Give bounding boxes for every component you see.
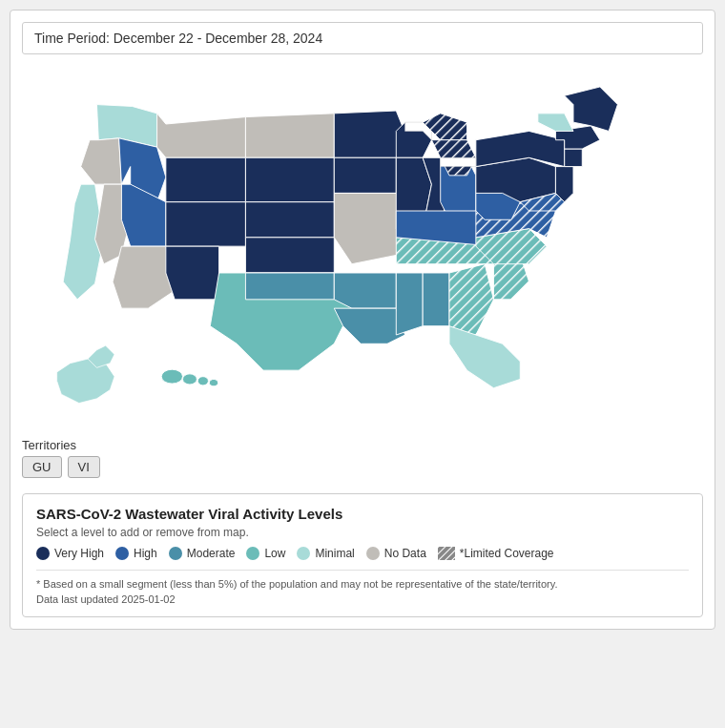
footnote-text: * Based on a small segment (less than 5%… <box>36 578 557 590</box>
territories-label: Territories <box>22 438 703 452</box>
territory-buttons: GU VI <box>22 456 703 478</box>
legend-updated: Data last updated 2025-01-02 <box>36 593 689 605</box>
legend-title: SARS-CoV-2 Wastewater Viral Activity Lev… <box>36 506 689 522</box>
territories-section: Territories GU VI <box>10 434 715 486</box>
limited-label: *Limited Coverage <box>460 547 554 560</box>
page-container: Time Period: December 22 - December 28, … <box>10 10 715 630</box>
high-dot <box>115 547 129 560</box>
territory-vi-button[interactable]: VI <box>68 456 100 478</box>
minimal-label: Minimal <box>315 547 354 560</box>
legend-subtitle: Select a level to add or remove from map… <box>36 526 689 539</box>
moderate-label: Moderate <box>187 547 236 560</box>
high-label: High <box>134 547 157 560</box>
legend-item-moderate[interactable]: Moderate <box>169 547 236 560</box>
low-dot <box>246 547 259 560</box>
limited-hatch-icon <box>438 547 455 560</box>
svg-point-8 <box>161 369 182 384</box>
low-label: Low <box>264 547 285 560</box>
legend-item-minimal[interactable]: Minimal <box>297 547 354 560</box>
legend-item-very-high[interactable]: Very High <box>36 547 104 560</box>
territory-gu-button[interactable]: GU <box>22 456 62 478</box>
us-map <box>22 62 703 434</box>
very-high-label: Very High <box>54 547 104 560</box>
very-high-dot <box>36 547 50 560</box>
svg-rect-14 <box>438 547 455 560</box>
minimal-dot <box>297 547 310 560</box>
no-data-label: No Data <box>384 547 426 560</box>
time-period-label: Time Period: December 22 - December 28, … <box>34 31 322 46</box>
legend-item-no-data[interactable]: No Data <box>366 547 426 560</box>
map-section <box>10 62 715 434</box>
svg-point-11 <box>209 379 218 385</box>
legend-item-low[interactable]: Low <box>246 547 285 560</box>
time-period-bar: Time Period: December 22 - December 28, … <box>22 22 703 54</box>
legend-section: SARS-CoV-2 Wastewater Viral Activity Lev… <box>22 493 703 617</box>
no-data-dot <box>366 547 380 560</box>
svg-point-9 <box>183 374 197 385</box>
svg-point-10 <box>197 377 208 385</box>
legend-items: Very High High Moderate Low Minimal No D… <box>36 547 689 560</box>
legend-footnote: * Based on a small segment (less than 5%… <box>36 570 689 590</box>
updated-text: Data last updated 2025-01-02 <box>36 593 176 605</box>
map-container <box>22 62 703 434</box>
legend-item-limited[interactable]: *Limited Coverage <box>438 547 554 560</box>
moderate-dot <box>169 547 182 560</box>
legend-item-high[interactable]: High <box>115 547 157 560</box>
